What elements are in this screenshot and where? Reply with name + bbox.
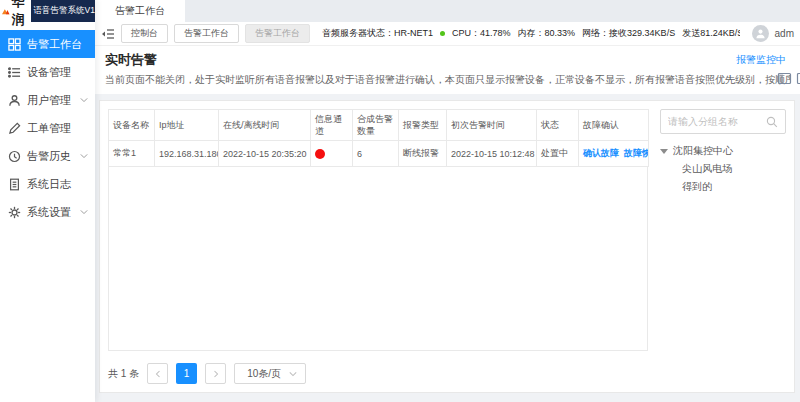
avatar[interactable] bbox=[752, 25, 769, 42]
sidebar-item-alarm-workbench[interactable]: 告警工作台 bbox=[0, 30, 95, 58]
menu-fold-icon[interactable] bbox=[101, 28, 115, 40]
channel-alarm-dot bbox=[315, 149, 325, 159]
brand-logo: 华润 bbox=[0, 0, 31, 22]
cell-alarm-count: 6 bbox=[353, 141, 399, 167]
page-header: 实时告警 当前页面不能关闭，处于实时监听所有语音报警以及对于语音报警进行确认，本… bbox=[95, 46, 800, 94]
column-header-alarm-type: 报警类型 bbox=[399, 110, 447, 141]
sidebar-item-label: 系统设置 bbox=[27, 205, 71, 220]
breadcrumb-tag-console[interactable]: 控制台 bbox=[121, 24, 168, 43]
group-search bbox=[660, 109, 786, 134]
cell-ip: 192.168.31.180 bbox=[155, 141, 219, 167]
sidebar-item-workorder-mgmt[interactable]: 工单管理 bbox=[0, 114, 95, 142]
gear-icon bbox=[8, 206, 21, 219]
breadcrumb-tag-workbench[interactable]: 告警工作台 bbox=[174, 24, 239, 43]
table-header-row: 设备名称 Ip地址 在线/离线时间 信息通道 合成告警数量 报警类型 初次告警时… bbox=[109, 110, 649, 141]
group-tree-panel: 沈阳集控中心 尖山风电场 得到的 bbox=[660, 109, 786, 384]
page-description: 当前页面不能关闭，处于实时监听所有语音报警以及对于语音报警进行确认，本页面只显示… bbox=[105, 73, 790, 86]
network-status: 网络：接收329.34KB/S bbox=[582, 27, 675, 40]
sidebar-item-label: 系统日志 bbox=[27, 177, 71, 192]
tree-node-child[interactable]: 得到的 bbox=[660, 178, 786, 196]
sidebar-item-label: 告警工作台 bbox=[27, 37, 82, 52]
monitor-status-badge: 报警监控中 bbox=[736, 53, 786, 67]
sidebar-item-alarm-history[interactable]: 告警历史 bbox=[0, 142, 95, 170]
history-clock-icon bbox=[8, 150, 21, 163]
column-header-fault-confirm: 故障确认 bbox=[579, 110, 649, 141]
column-header-ip: Ip地址 bbox=[155, 110, 219, 141]
column-header-channel: 信息通道 bbox=[311, 110, 353, 141]
log-document-icon bbox=[8, 178, 21, 191]
tree-node-root[interactable]: 沈阳集控中心 bbox=[660, 142, 786, 160]
server-status-text: 音频服务器状态：HR-NET1 bbox=[322, 27, 433, 40]
page-size-select[interactable]: 10条/页 bbox=[234, 363, 306, 384]
column-header-status: 状态 bbox=[537, 110, 579, 141]
cell-alarm-type: 断线报警 bbox=[399, 141, 447, 167]
dashboard-icon bbox=[8, 38, 21, 51]
sidebar-item-user-mgmt[interactable]: 用户管理 bbox=[0, 86, 95, 114]
tree-node-label: 沈阳集控中心 bbox=[673, 144, 733, 158]
cell-online-time: 2022-10-15 20:35:20 bbox=[219, 141, 311, 167]
user-icon bbox=[8, 94, 21, 107]
chevron-down-icon bbox=[80, 97, 88, 103]
pagination: 共 1 条 1 10条/页 bbox=[108, 363, 652, 384]
app-logo: 华润 语音告警系统V1 bbox=[0, 0, 95, 22]
confirm-fault-link[interactable]: 确认故障 bbox=[583, 148, 619, 158]
column-header-online-time: 在线/离线时间 bbox=[219, 110, 311, 141]
pagination-total: 共 1 条 bbox=[108, 367, 139, 381]
brand-mark-icon bbox=[2, 6, 10, 16]
chevron-down-icon bbox=[80, 209, 88, 215]
sidebar-item-label: 告警历史 bbox=[27, 149, 71, 164]
sidebar-menu: 告警工作台 设备管理 用户管理 bbox=[0, 22, 95, 226]
column-header-first-alarm-time: 初次告警时间 bbox=[447, 110, 537, 141]
tab-label: 告警工作台 bbox=[115, 4, 165, 18]
cell-actions: 确认故障故障恢复 bbox=[579, 141, 649, 167]
layout-panel-icon[interactable] bbox=[777, 72, 792, 85]
group-search-input[interactable] bbox=[668, 116, 766, 127]
chevron-down-icon bbox=[80, 153, 88, 159]
column-header-alarm-count: 合成告警数量 bbox=[353, 110, 399, 141]
cpu-status: CPU：41.78% bbox=[452, 27, 511, 40]
chevron-down-icon bbox=[289, 371, 297, 377]
device-list-icon bbox=[8, 66, 21, 79]
next-page-button[interactable] bbox=[205, 363, 226, 384]
page-title: 实时告警 bbox=[105, 52, 790, 68]
sidebar-item-label: 用户管理 bbox=[27, 93, 71, 108]
memory-status: 内存：80.33% bbox=[518, 27, 576, 40]
search-icon[interactable] bbox=[766, 116, 778, 128]
fault-recovery-link[interactable]: 故障恢复 bbox=[624, 148, 649, 158]
alarm-table: 设备名称 Ip地址 在线/离线时间 信息通道 合成告警数量 报警类型 初次告警时… bbox=[108, 109, 649, 167]
realtime-alarm-card: 设备名称 Ip地址 在线/离线时间 信息通道 合成告警数量 报警类型 初次告警时… bbox=[99, 100, 795, 393]
username[interactable]: adm bbox=[775, 28, 794, 39]
cell-status: 处置中 bbox=[537, 141, 579, 167]
tree-node-child[interactable]: 尖山风电场 bbox=[660, 160, 786, 178]
layout-panel-icon-2[interactable] bbox=[796, 72, 800, 85]
page-size-value: 10条/页 bbox=[247, 367, 281, 381]
workorder-icon bbox=[8, 122, 21, 135]
tree-node-label: 尖山风电场 bbox=[682, 162, 732, 176]
cell-device-name: 常常1 bbox=[109, 141, 155, 167]
page-number-button[interactable]: 1 bbox=[176, 363, 197, 384]
column-header-device-name: 设备名称 bbox=[109, 110, 155, 141]
tree-node-label: 得到的 bbox=[682, 180, 712, 194]
table-empty-area bbox=[108, 167, 648, 351]
sidebar-item-label: 工单管理 bbox=[27, 121, 71, 136]
app-title: 语音告警系统V1 bbox=[31, 0, 95, 22]
table-row[interactable]: 常常1 192.168.31.180 2022-10-15 20:35:20 6… bbox=[109, 141, 649, 167]
main-content: 告警工作台 控制台 告警工作台 告警工作台 音频服务器状态：HR-NET1 CP… bbox=[95, 0, 800, 402]
sidebar-item-device-mgmt[interactable]: 设备管理 bbox=[0, 58, 95, 86]
caret-down-icon[interactable] bbox=[660, 149, 668, 154]
group-tree: 沈阳集控中心 尖山风电场 得到的 bbox=[660, 142, 786, 196]
prev-page-button[interactable] bbox=[147, 363, 168, 384]
cell-first-alarm-time: 2022-10-15 10:12:48 bbox=[447, 141, 537, 167]
breadcrumb-tag-workbench-current[interactable]: 告警工作台 bbox=[245, 24, 310, 43]
sidebar-item-label: 设备管理 bbox=[27, 65, 71, 80]
sidebar-item-system-settings[interactable]: 系统设置 bbox=[0, 198, 95, 226]
sidebar-item-system-log[interactable]: 系统日志 bbox=[0, 170, 95, 198]
sidebar: 华润 语音告警系统V1 告警工作台 bbox=[0, 0, 95, 402]
app-window: 华润 语音告警系统V1 告警工作台 bbox=[0, 0, 800, 402]
alarm-table-zone: 设备名称 Ip地址 在线/离线时间 信息通道 合成告警数量 报警类型 初次告警时… bbox=[108, 109, 652, 384]
server-online-dot bbox=[440, 31, 445, 36]
tab-alarm-workbench[interactable]: 告警工作台 bbox=[95, 0, 185, 22]
tab-bar: 告警工作台 bbox=[95, 0, 800, 22]
network-send-status: 发送81.24KB/S bbox=[682, 27, 739, 40]
audio-server-status: 音频服务器状态：HR-NET1 CPU：41.78% 内存：80.33% 网络：… bbox=[322, 27, 740, 40]
